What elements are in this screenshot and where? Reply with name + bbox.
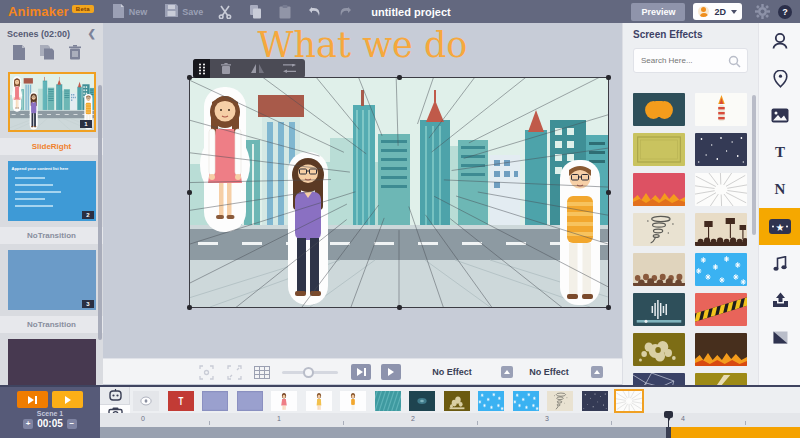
zoom-slider-knob[interactable]: [303, 367, 314, 378]
enter-effect-dropdown[interactable]: [501, 359, 513, 385]
resize-handle-n[interactable]: [397, 75, 402, 80]
settings-button[interactable]: [754, 4, 770, 20]
transition-label[interactable]: NoTransition: [0, 316, 103, 333]
slide-title-text[interactable]: What we do: [103, 25, 622, 65]
effect-caution-tape[interactable]: [695, 293, 747, 326]
play-timeline-button[interactable]: [52, 391, 83, 408]
resize-handle-nw[interactable]: [187, 75, 192, 80]
collapse-panel-icon[interactable]: ❮: [88, 28, 96, 39]
timeline-item-slide-block[interactable]: [202, 391, 228, 411]
scene-thumbnail-2[interactable]: Append your content list here2: [8, 161, 96, 221]
play-from-scene-button[interactable]: [17, 391, 48, 408]
exit-effect-label[interactable]: No Effect: [518, 359, 580, 385]
effect-explosion-smoke[interactable]: [633, 333, 685, 366]
scene-thumbnail-1[interactable]: 1: [8, 72, 96, 132]
paste-button[interactable]: [277, 4, 293, 20]
fit-screen-button[interactable]: [223, 359, 245, 385]
strip-item-music[interactable]: [759, 245, 800, 282]
selected-background[interactable]: [190, 78, 608, 307]
timeline-item-character-yellow[interactable]: [306, 391, 332, 411]
strip-item-transition[interactable]: [759, 319, 800, 356]
effect-speed-lines[interactable]: [695, 173, 747, 206]
drag-handle[interactable]: [193, 59, 210, 78]
project-title[interactable]: untitled project: [371, 6, 450, 18]
flip-button[interactable]: [242, 64, 274, 74]
timeline-item-character-man[interactable]: [340, 391, 366, 411]
timeline-duration-bar[interactable]: [670, 427, 800, 438]
cut-button[interactable]: [217, 4, 233, 20]
effect-binoculars[interactable]: [633, 93, 685, 126]
effect-broken-glass[interactable]: [633, 373, 685, 385]
timeline-item-slide-block[interactable]: [237, 391, 263, 411]
current-scene-label: Scene 1: [0, 408, 100, 417]
redo-button[interactable]: [337, 4, 353, 20]
transition-label[interactable]: NoTransition: [0, 227, 103, 244]
timeline-item-glow-effect[interactable]: [409, 391, 435, 411]
new-button[interactable]: New: [112, 4, 148, 20]
effect-fire-red[interactable]: [633, 173, 685, 206]
effect-firecracker[interactable]: [695, 93, 747, 126]
scene-number-badge: 3: [82, 300, 93, 308]
exit-effect-dropdown[interactable]: [591, 359, 603, 385]
timeline-item-snow-effect[interactable]: [513, 391, 539, 411]
timeline-item-character-pink[interactable]: [271, 391, 297, 411]
trash-icon: [221, 63, 231, 74]
resize-handle-s[interactable]: [397, 305, 402, 310]
grid-toggle-button[interactable]: [251, 359, 273, 385]
strip-item-upload[interactable]: [759, 282, 800, 319]
play-all-button[interactable]: [381, 359, 401, 385]
playhead[interactable]: [664, 411, 674, 438]
effect-starry-night[interactable]: [695, 133, 747, 166]
resize-handle-ne[interactable]: [606, 75, 611, 80]
help-button[interactable]: ?: [778, 5, 792, 19]
save-button[interactable]: Save: [165, 4, 203, 19]
effect-crowd[interactable]: [633, 253, 685, 286]
effect-frame[interactable]: [633, 133, 685, 166]
timeline-item-stars-effect[interactable]: [582, 391, 608, 411]
scenes-scrollbar[interactable]: [98, 85, 102, 340]
strip-item-effects[interactable]: ★: [759, 208, 800, 245]
swap-button[interactable]: [273, 64, 305, 74]
timeline-item-title-text[interactable]: T: [168, 391, 194, 411]
delete-scene-button[interactable]: [69, 45, 81, 64]
resize-handle-se[interactable]: [606, 305, 611, 310]
effect-tornado[interactable]: [633, 213, 685, 246]
effect-video-player[interactable]: [633, 293, 685, 326]
timeline-item-rain-effect[interactable]: [375, 391, 401, 411]
decrease-duration-button[interactable]: −: [67, 419, 77, 429]
delete-item-button[interactable]: [210, 63, 242, 74]
strip-item-images[interactable]: [759, 97, 800, 134]
timeline-item-tornado-effect[interactable]: [547, 391, 573, 411]
strip-item-numbers[interactable]: N: [759, 171, 800, 208]
add-scene-button[interactable]: [12, 45, 26, 64]
effects-scrollbar[interactable]: [752, 95, 756, 235]
effect-protest-crowd[interactable]: [695, 213, 747, 246]
effect-fire-dark[interactable]: [695, 333, 747, 366]
copy-button[interactable]: [247, 4, 263, 20]
transition-label[interactable]: SlideRight: [0, 138, 103, 155]
resize-handle-sw[interactable]: [187, 305, 192, 310]
resize-handle-e[interactable]: [606, 190, 611, 195]
effect-lightning[interactable]: [695, 373, 747, 385]
scene-thumbnail-3[interactable]: 3: [8, 250, 96, 310]
strip-item-character[interactable]: [759, 23, 800, 60]
strip-item-text[interactable]: T: [759, 134, 800, 171]
preview-button[interactable]: Preview: [631, 3, 685, 21]
timeline-item-visibility[interactable]: [133, 391, 159, 411]
center-object-button[interactable]: [195, 359, 217, 385]
increase-duration-button[interactable]: +: [23, 419, 33, 429]
scene-thumbnail-4[interactable]: 4: [8, 339, 96, 388]
effect-snowfall[interactable]: [695, 253, 747, 286]
new-document-icon: [112, 4, 125, 20]
timeline-item-speedlines-effect[interactable]: [616, 391, 642, 411]
play-scene-button[interactable]: [351, 359, 371, 385]
enter-effect-label[interactable]: No Effect: [421, 359, 483, 385]
strip-item-location[interactable]: [759, 60, 800, 97]
mode-selector[interactable]: 2D: [693, 3, 742, 20]
undo-button[interactable]: [307, 4, 323, 20]
duplicate-scene-button[interactable]: [40, 45, 55, 64]
timeline-item-snow-effect[interactable]: [478, 391, 504, 411]
timeline-item-gold-effect[interactable]: [444, 391, 470, 411]
items-track-button[interactable]: [100, 387, 130, 405]
resize-handle-w[interactable]: [187, 190, 192, 195]
